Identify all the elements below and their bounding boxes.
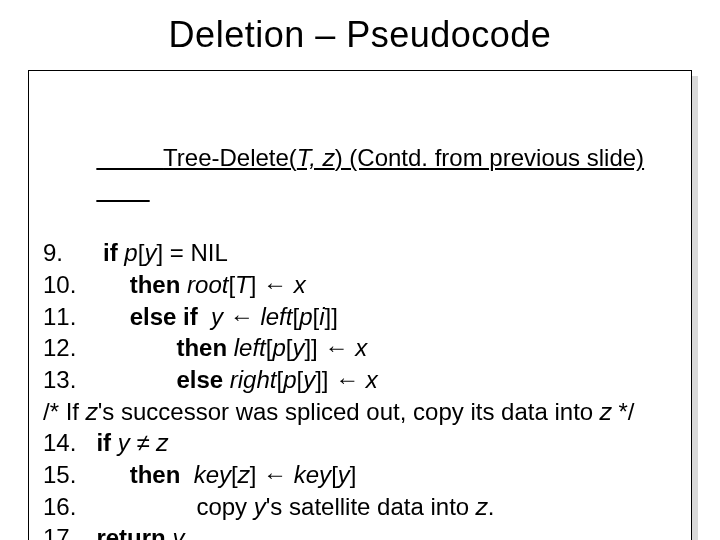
var: p <box>124 239 137 266</box>
var: y <box>254 493 266 520</box>
arrow: ← <box>230 303 261 330</box>
kw-elseif: else if <box>130 303 211 330</box>
kw-if: if <box>103 239 124 266</box>
var: p <box>283 366 296 393</box>
var: y <box>172 524 184 540</box>
line-num: 14. <box>43 429 76 456</box>
tail: ] ← <box>250 461 294 488</box>
line-num: 13. <box>43 366 76 393</box>
var: y <box>211 303 230 330</box>
text: 's satellite data into <box>266 493 476 520</box>
var: y <box>144 239 156 266</box>
var: z <box>238 461 250 488</box>
code-box: Tree-Delete(T, z) (Contd. from previous … <box>28 70 692 540</box>
code-header: Tree-Delete(T, z) (Contd. from previous … <box>43 79 677 237</box>
kw-else: else <box>176 366 229 393</box>
var: x <box>355 334 367 361</box>
tail: ]] ← <box>304 334 355 361</box>
kw-return: return <box>96 524 172 540</box>
neq: ≠ <box>136 429 156 456</box>
var: right <box>230 366 277 393</box>
kw-then: then <box>130 461 194 488</box>
code-container: Tree-Delete(T, z) (Contd. from previous … <box>28 70 692 540</box>
code-line-10: 10. then root[T] ← x <box>43 269 677 301</box>
var: left <box>234 334 266 361</box>
var: z <box>156 429 168 456</box>
bracket: [ <box>331 461 338 488</box>
code-line-15: 15. then key[z] ← key[y] <box>43 459 677 491</box>
var: key <box>194 461 231 488</box>
tail: ] = NIL <box>156 239 227 266</box>
var: x <box>366 366 378 393</box>
func-tail: ) (Contd. from previous slide) <box>335 144 644 171</box>
comment-text: 's successor was spliced out, copy its d… <box>98 398 600 425</box>
code-line-16: 16. copy y's satellite data into z. <box>43 491 677 523</box>
tail: ]] ← <box>315 366 366 393</box>
code-line-11: 11. else if y ← left[p[i]] <box>43 301 677 333</box>
func-args: T, z <box>297 144 335 171</box>
bracket: ]] <box>325 303 338 330</box>
code-line-9: 9. if p[y] = NIL <box>43 237 677 269</box>
code-comment: /* If z's successor was spliced out, cop… <box>43 396 677 428</box>
line-num: 12. <box>43 334 76 361</box>
code-line-13: 13. else right[p[y]] ← x <box>43 364 677 396</box>
var: z <box>476 493 488 520</box>
line-num: 9. <box>43 239 63 266</box>
var: p <box>272 334 285 361</box>
var: p <box>299 303 312 330</box>
line-num: 16. <box>43 493 76 520</box>
comment-text: /* If <box>43 398 86 425</box>
comment-text: */ <box>612 398 635 425</box>
text: copy <box>196 493 253 520</box>
line-num: 17. <box>43 524 76 540</box>
var: y <box>338 461 350 488</box>
kw-if: if <box>96 429 117 456</box>
var: y <box>118 429 137 456</box>
var: left <box>260 303 292 330</box>
tail: ] ← <box>250 271 294 298</box>
func-name: Tree-Delete( <box>163 144 297 171</box>
var: y <box>292 334 304 361</box>
var: x <box>294 271 306 298</box>
var: T <box>235 271 250 298</box>
line-num: 11. <box>43 303 76 330</box>
var: z <box>600 398 612 425</box>
code-line-17: 17. return y <box>43 522 677 540</box>
slide-title: Deletion – Pseudocode <box>28 14 692 56</box>
code-line-14: 14. if y ≠ z <box>43 427 677 459</box>
line-num: 10. <box>43 271 76 298</box>
bracket: ] <box>350 461 357 488</box>
code-line-12: 12. then left[p[y]] ← x <box>43 332 677 364</box>
text: . <box>488 493 495 520</box>
var: root <box>187 271 228 298</box>
var: y <box>303 366 315 393</box>
var: z <box>86 398 98 425</box>
bracket: [ <box>231 461 238 488</box>
line-num: 15. <box>43 461 76 488</box>
slide: Deletion – Pseudocode Tree-Delete(T, z) … <box>0 0 720 540</box>
var: key <box>294 461 331 488</box>
kw-then: then <box>176 334 233 361</box>
kw-then: then <box>130 271 187 298</box>
